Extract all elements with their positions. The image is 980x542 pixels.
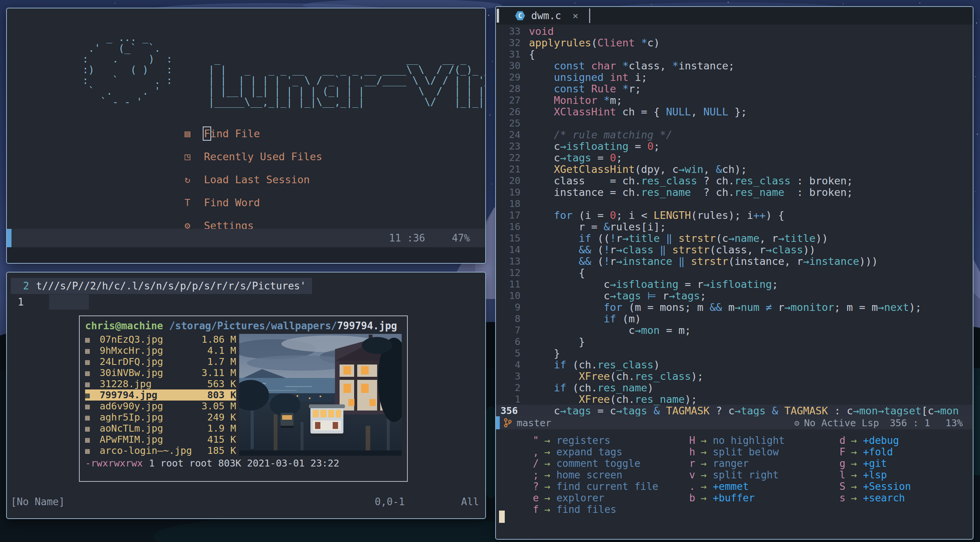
file-row[interactable]: ▦ad6v90y.jpg3.05 M	[85, 401, 236, 412]
menu-item-find-file[interactable]: ▤Find File	[181, 122, 322, 145]
code-line[interactable]: 30 const char *class, *instance;	[496, 60, 973, 71]
menu-item-find-word[interactable]: TFind Word	[181, 191, 322, 214]
file-row[interactable]: ▦aghr5Ip.jpg249 K	[85, 412, 236, 423]
file-row[interactable]: ▦9hMxcHr.jpg4.1 M	[85, 345, 236, 356]
menu-item-recently-used-files[interactable]: ◳Recently Used Files	[181, 145, 322, 168]
whichkey-binding: v→split right	[685, 469, 785, 481]
file-name: 07nEzQ3.jpg	[100, 334, 199, 345]
file-details: 1 root root 803K 2021-03-01 23:22	[149, 458, 340, 469]
menu-item-label: Find Word	[204, 197, 260, 209]
code-line[interactable]: 19 instance = ch.res_name ? ch.res_name …	[496, 186, 973, 198]
whichkey-key: H	[685, 435, 695, 446]
code-line[interactable]: 9 for (m = mons; m && m→num ≠ r→monitor;…	[496, 301, 973, 313]
whichkey-label: registers	[556, 435, 611, 446]
code-text: for (m = mons; m && m→num ≠ r→monitor; m…	[529, 301, 921, 313]
code-line[interactable]: 28 const Rule *r;	[496, 83, 973, 94]
cursor-position: 356 : 1	[890, 417, 930, 429]
code-line[interactable]: 3 XFree(ch.res_class);	[496, 370, 973, 382]
current-file-name: 799794.jpg	[337, 320, 397, 332]
code-area[interactable]: 33void32applyrules(Client *c)31{30 const…	[496, 25, 973, 416]
buffer-line-1[interactable]: 2 t///s/P//2/h/c/.l/s/n/s/p/p/s/r/r/s/Pi…	[11, 278, 312, 294]
file-manager-popup: chris@machine /storag/Pictures/wallpaper…	[79, 315, 408, 482]
whichkey-key: h	[685, 446, 695, 458]
code-line[interactable]: 7 c→mon = m;	[496, 324, 973, 336]
file-row[interactable]: ▦30iNVBw.jpg3.11 M	[85, 367, 236, 378]
code-line[interactable]: 20 class = ch.res_class ? ch.res_class :…	[496, 175, 973, 186]
line-number: 4	[496, 359, 529, 370]
code-text: const char *class, *instance;	[529, 60, 735, 72]
line-number: 28	[496, 83, 529, 94]
code-text: c→tags = 0;	[529, 152, 622, 164]
close-icon[interactable]: ✕	[573, 10, 578, 21]
code-line[interactable]: 11 c→isfloating = r→isfloating;	[496, 278, 973, 290]
file-row[interactable]: ▦799794.jpg803 K	[85, 389, 236, 401]
line-number: 27	[496, 95, 529, 106]
buffer-line-2[interactable]: 1	[11, 294, 24, 310]
line-number: 29	[496, 72, 529, 83]
file-row[interactable]: ▦APwFMIM.jpg415 K	[85, 434, 236, 445]
line-number: 356	[496, 405, 529, 416]
line-number: 5	[496, 348, 529, 359]
whichkey-key: ?	[529, 481, 539, 492]
code-line[interactable]: 5 }	[496, 347, 973, 359]
image-file-icon: ▦	[85, 357, 100, 366]
code-line[interactable]: 6 }	[496, 336, 973, 347]
whichkey-binding: h→split below	[685, 446, 785, 458]
whichkey-binding: f→find files	[529, 504, 658, 515]
code-line[interactable]: 8 if (m)	[496, 313, 973, 324]
image-file-icon: ▦	[85, 446, 100, 455]
scroll-indicator: All	[461, 496, 479, 508]
file-row[interactable]: ▦07nEzQ3.jpg1.86 M	[85, 334, 236, 345]
code-line[interactable]: 15 if ((!r→title ‖ strstr(c→name, r→titl…	[496, 232, 973, 244]
code-line[interactable]: 4 if (ch.res_class)	[496, 359, 973, 370]
code-line[interactable]: 23 c→isfloating = 0;	[496, 140, 973, 152]
code-line[interactable]: 25	[496, 117, 973, 129]
code-line[interactable]: 14 && (!r→class ‖ strstr(class, r→class)…	[496, 244, 973, 255]
code-line[interactable]: 17 for (i = 0; i < LENGTH(rules); i++) {	[496, 209, 973, 221]
code-line[interactable]: 22 c→tags = 0;	[496, 152, 973, 163]
code-line[interactable]: 31{	[496, 48, 973, 60]
code-line[interactable]: 32applyrules(Client *c)	[496, 37, 973, 48]
file-row[interactable]: ▦arco-login—~.jpg185 K	[85, 445, 236, 456]
arrow-icon: →	[851, 435, 857, 446]
code-text: class = ch.res_class ? ch.res_class : br…	[529, 175, 853, 187]
lsp-status: No Active Lsp	[804, 417, 879, 429]
file-row[interactable]: ▦31228.jpg563 K	[85, 378, 236, 389]
whichkey-key: l	[836, 469, 845, 481]
code-line[interactable]: 33void	[496, 25, 973, 37]
arrow-icon: →	[544, 458, 550, 469]
whichkey-label: +buffer	[713, 492, 755, 504]
file-size: 1.7 M	[207, 356, 236, 367]
code-line[interactable]: 24 /* rule matching */	[496, 129, 973, 140]
tab-dwm-c[interactable]: C dwm.c ✕	[499, 7, 589, 25]
file-row[interactable]: ▦aoNcTLm.jpg1.9 M	[85, 423, 236, 434]
code-line[interactable]: 29 unsigned int i;	[496, 71, 973, 83]
code-line[interactable]: 13 && (!r→instance ‖ strstr(instance, r→…	[496, 255, 973, 267]
whichkey-label: +git	[863, 458, 887, 469]
code-line[interactable]: 27 Monitor *m;	[496, 94, 973, 106]
code-line[interactable]: 26 XClassHint ch = { NULL, NULL };	[496, 106, 973, 117]
code-line[interactable]: 10 c→tags ⊨ r→tags;	[496, 290, 973, 301]
whichkey-key: r	[685, 458, 695, 469]
find-word-icon: T	[181, 197, 194, 208]
line-number: 11	[496, 279, 529, 290]
lunarvim-statusline: 11 :36 47%	[7, 229, 485, 247]
code-line[interactable]: 21 XGetClassHint(dpy, c→win, &ch);	[496, 163, 973, 175]
line-number: 33	[496, 26, 529, 37]
code-line[interactable]: 16 r = &rules[i];	[496, 221, 973, 232]
menu-item-load-last-session[interactable]: ↻Load Last Session	[181, 168, 322, 191]
image-file-icon: ▦	[85, 435, 100, 444]
line-number: 20	[496, 175, 529, 186]
file-name: 30iNVBw.jpg	[100, 367, 199, 378]
code-line[interactable]: 12 {	[496, 267, 973, 278]
code-line[interactable]: 356 c→tags = c→tags & TAGMASK ? c→tags &…	[496, 405, 973, 416]
file-row[interactable]: ▦24LrDFQ.jpg1.7 M	[85, 356, 236, 367]
whichkey-binding: /→comment toggle	[529, 458, 658, 469]
code-line[interactable]: 2 if (ch.res_name)	[496, 382, 973, 393]
find-file-icon: ▤	[181, 128, 194, 139]
code-text: if ((!r→title ‖ strstr(c→name, r→title))	[529, 232, 828, 244]
whichkey-label: expand tags	[556, 446, 622, 458]
code-line[interactable]: 18	[496, 198, 973, 209]
line-number: 2	[496, 382, 529, 393]
code-line[interactable]: 1 XFree(ch.res_name);	[496, 393, 973, 405]
